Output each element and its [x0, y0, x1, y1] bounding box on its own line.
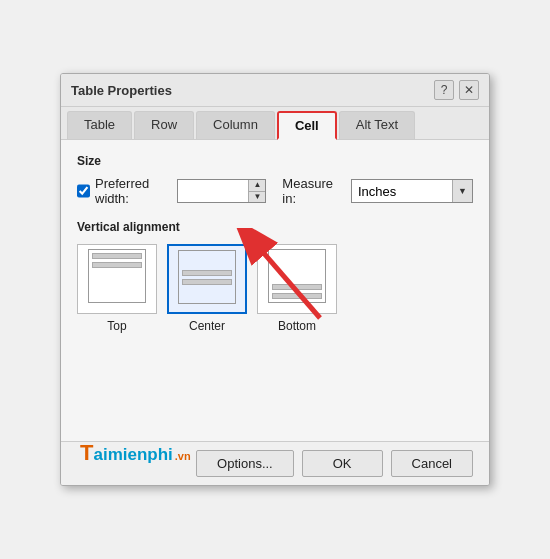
align-center-label: Center — [189, 319, 225, 333]
dialog-title: Table Properties — [71, 83, 172, 98]
watermark-text: aimienphi — [93, 445, 172, 465]
measure-select[interactable]: Inches Centimeters Percent — [352, 180, 452, 202]
preferred-width-checkbox[interactable] — [77, 184, 90, 198]
preferred-width-spinner[interactable]: 5.89" ▲ ▼ — [177, 179, 266, 203]
spinner-down[interactable]: ▼ — [249, 192, 265, 203]
align-bottom-box[interactable] — [257, 244, 337, 314]
align-center-box[interactable] — [167, 244, 247, 314]
spinner-up[interactable]: ▲ — [249, 180, 265, 192]
help-button[interactable]: ? — [434, 80, 454, 100]
align-top-label: Top — [107, 319, 126, 333]
align-center-icon — [178, 250, 236, 304]
watermark: T aimienphi .vn — [80, 440, 191, 466]
measure-select-arrow: ▼ — [452, 180, 472, 202]
tab-row[interactable]: Row — [134, 111, 194, 139]
tab-table[interactable]: Table — [67, 111, 132, 139]
preferred-width-label[interactable]: Preferred width: — [77, 176, 169, 206]
alignment-options: Top Center — [77, 244, 473, 333]
watermark-vn: .vn — [175, 450, 191, 462]
measure-in-label: Measure in: — [282, 176, 339, 206]
size-section-label: Size — [77, 154, 473, 168]
align-bottom-option[interactable]: Bottom — [257, 244, 337, 333]
align-bottom-icon — [268, 249, 326, 303]
align-bottom-label: Bottom — [278, 319, 316, 333]
title-bar-controls: ? ✕ — [434, 80, 479, 100]
align-top-box[interactable] — [77, 244, 157, 314]
dialog-body: Size Preferred width: 5.89" ▲ ▼ Measure … — [61, 140, 489, 441]
spinner-buttons: ▲ ▼ — [248, 180, 265, 202]
ok-button[interactable]: OK — [302, 450, 383, 477]
cancel-button[interactable]: Cancel — [391, 450, 473, 477]
size-row: Preferred width: 5.89" ▲ ▼ Measure in: I… — [77, 176, 473, 206]
options-button[interactable]: Options... — [196, 450, 294, 477]
watermark-vn-container: .vn — [175, 450, 191, 462]
preferred-width-text: Preferred width: — [95, 176, 169, 206]
measure-select-container[interactable]: Inches Centimeters Percent ▼ — [351, 179, 473, 203]
align-top-icon — [88, 249, 146, 303]
preferred-width-input[interactable]: 5.89" — [178, 180, 248, 202]
tab-column[interactable]: Column — [196, 111, 275, 139]
tab-alt-text[interactable]: Alt Text — [339, 111, 415, 139]
close-button[interactable]: ✕ — [459, 80, 479, 100]
tab-bar: Table Row Column Cell Alt Text — [61, 107, 489, 140]
vertical-alignment-label: Vertical alignment — [77, 220, 473, 234]
watermark-t: T — [80, 440, 93, 466]
tab-cell[interactable]: Cell — [277, 111, 337, 140]
title-bar: Table Properties ? ✕ — [61, 74, 489, 107]
align-center-option[interactable]: Center — [167, 244, 247, 333]
align-top-option[interactable]: Top — [77, 244, 157, 333]
